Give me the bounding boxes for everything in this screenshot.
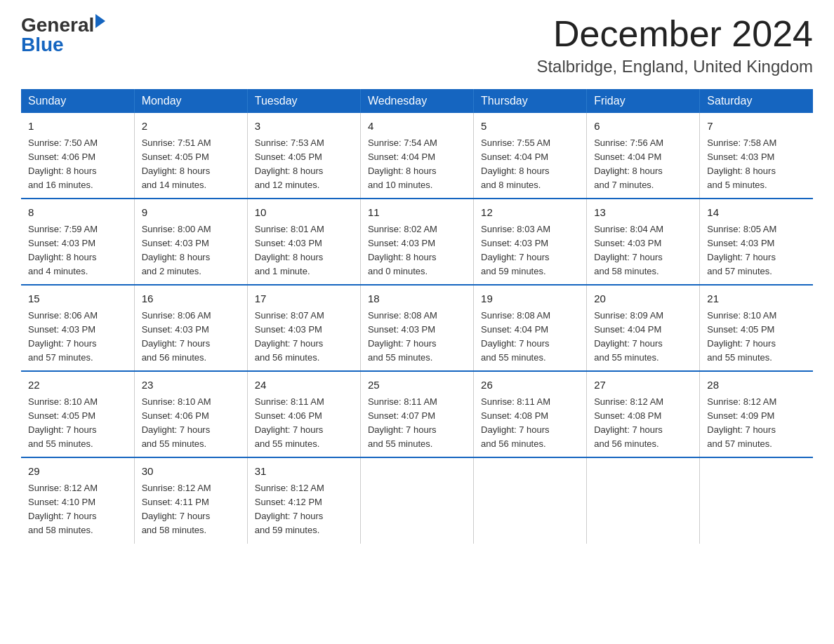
title-block: December 2024 Stalbridge, England, Unite… [536,14,813,76]
day-info: Sunrise: 8:09 AMSunset: 4:04 PMDaylight:… [594,309,692,365]
page-header: General Blue December 2024 Stalbridge, E… [21,14,813,76]
calendar-cell: 6Sunrise: 7:56 AMSunset: 4:04 PMDaylight… [587,113,700,199]
calendar-cell [700,457,813,543]
day-info: Sunrise: 8:12 AMSunset: 4:08 PMDaylight:… [594,395,692,452]
calendar-cell: 9Sunrise: 8:00 AMSunset: 4:03 PMDaylight… [134,199,247,285]
calendar-cell: 14Sunrise: 8:05 AMSunset: 4:03 PMDayligh… [700,199,813,285]
day-info: Sunrise: 7:56 AMSunset: 4:04 PMDaylight:… [594,136,692,193]
day-number: 17 [255,291,353,307]
day-number: 13 [594,205,692,221]
calendar-cell: 24Sunrise: 8:11 AMSunset: 4:06 PMDayligh… [247,371,360,457]
calendar-cell: 28Sunrise: 8:12 AMSunset: 4:09 PMDayligh… [700,371,813,457]
day-info: Sunrise: 8:08 AMSunset: 4:03 PMDaylight:… [368,309,466,365]
day-number: 14 [707,205,806,221]
day-info: Sunrise: 8:12 AMSunset: 4:09 PMDaylight:… [707,395,806,452]
day-number: 8 [28,205,127,221]
day-info: Sunrise: 8:12 AMSunset: 4:10 PMDaylight:… [28,481,127,538]
month-title: December 2024 [536,14,813,54]
day-number: 28 [707,377,806,394]
calendar-cell: 16Sunrise: 8:06 AMSunset: 4:03 PMDayligh… [134,285,247,371]
calendar-header-row: SundayMondayTuesdayWednesdayThursdayFrid… [21,89,813,113]
day-number: 15 [28,291,127,307]
day-number: 26 [481,377,579,394]
calendar-week-row: 29Sunrise: 8:12 AMSunset: 4:10 PMDayligh… [21,457,813,543]
day-number: 19 [481,291,579,307]
calendar-week-row: 22Sunrise: 8:10 AMSunset: 4:05 PMDayligh… [21,371,813,457]
day-info: Sunrise: 8:03 AMSunset: 4:03 PMDaylight:… [481,222,579,279]
day-number: 18 [368,291,466,307]
day-of-week-header: Sunday [21,89,134,113]
day-info: Sunrise: 8:04 AMSunset: 4:03 PMDaylight:… [594,222,692,279]
calendar-cell: 18Sunrise: 8:08 AMSunset: 4:03 PMDayligh… [360,285,473,371]
day-number: 22 [28,377,127,394]
calendar-cell: 5Sunrise: 7:55 AMSunset: 4:04 PMDaylight… [474,113,587,199]
calendar-cell: 20Sunrise: 8:09 AMSunset: 4:04 PMDayligh… [587,285,700,371]
day-info: Sunrise: 8:06 AMSunset: 4:03 PMDaylight:… [142,309,240,365]
day-info: Sunrise: 8:08 AMSunset: 4:04 PMDaylight:… [481,309,579,365]
day-info: Sunrise: 8:01 AMSunset: 4:03 PMDaylight:… [255,222,353,279]
day-info: Sunrise: 8:12 AMSunset: 4:11 PMDaylight:… [142,481,240,538]
calendar-cell: 8Sunrise: 7:59 AMSunset: 4:03 PMDaylight… [21,199,134,285]
day-info: Sunrise: 8:06 AMSunset: 4:03 PMDaylight:… [28,309,127,365]
day-info: Sunrise: 7:54 AMSunset: 4:04 PMDaylight:… [368,136,466,193]
day-number: 3 [255,119,353,135]
day-info: Sunrise: 8:10 AMSunset: 4:05 PMDaylight:… [28,395,127,452]
calendar-week-row: 8Sunrise: 7:59 AMSunset: 4:03 PMDaylight… [21,199,813,285]
day-info: Sunrise: 7:58 AMSunset: 4:03 PMDaylight:… [707,136,806,193]
calendar-cell: 1Sunrise: 7:50 AMSunset: 4:06 PMDaylight… [21,113,134,199]
calendar-cell: 13Sunrise: 8:04 AMSunset: 4:03 PMDayligh… [587,199,700,285]
calendar-cell: 2Sunrise: 7:51 AMSunset: 4:05 PMDaylight… [134,113,247,199]
calendar-cell: 30Sunrise: 8:12 AMSunset: 4:11 PMDayligh… [134,457,247,543]
calendar-cell: 21Sunrise: 8:10 AMSunset: 4:05 PMDayligh… [700,285,813,371]
day-number: 11 [368,205,466,221]
calendar-cell: 22Sunrise: 8:10 AMSunset: 4:05 PMDayligh… [21,371,134,457]
calendar-week-row: 15Sunrise: 8:06 AMSunset: 4:03 PMDayligh… [21,285,813,371]
day-number: 31 [255,464,353,480]
calendar-cell: 26Sunrise: 8:11 AMSunset: 4:08 PMDayligh… [474,371,587,457]
day-of-week-header: Friday [587,89,700,113]
calendar-cell: 23Sunrise: 8:10 AMSunset: 4:06 PMDayligh… [134,371,247,457]
calendar-cell [587,457,700,543]
day-info: Sunrise: 8:11 AMSunset: 4:06 PMDaylight:… [255,395,353,452]
day-info: Sunrise: 7:53 AMSunset: 4:05 PMDaylight:… [255,136,353,193]
calendar-cell: 29Sunrise: 8:12 AMSunset: 4:10 PMDayligh… [21,457,134,543]
day-number: 21 [707,291,806,307]
day-number: 24 [255,377,353,394]
calendar-cell: 19Sunrise: 8:08 AMSunset: 4:04 PMDayligh… [474,285,587,371]
logo: General Blue [21,14,105,56]
calendar-week-row: 1Sunrise: 7:50 AMSunset: 4:06 PMDaylight… [21,113,813,199]
logo-blue: Blue [21,34,64,56]
day-info: Sunrise: 7:59 AMSunset: 4:03 PMDaylight:… [28,222,127,279]
day-of-week-header: Monday [134,89,247,113]
day-number: 2 [142,119,240,135]
day-number: 6 [594,119,692,135]
day-number: 5 [481,119,579,135]
day-info: Sunrise: 8:05 AMSunset: 4:03 PMDaylight:… [707,222,806,279]
day-number: 27 [594,377,692,394]
day-number: 16 [142,291,240,307]
day-of-week-header: Wednesday [360,89,473,113]
day-info: Sunrise: 8:07 AMSunset: 4:03 PMDaylight:… [255,309,353,365]
day-number: 1 [28,119,127,135]
location-title: Stalbridge, England, United Kingdom [536,57,813,76]
calendar-cell [360,457,473,543]
calendar-cell [474,457,587,543]
logo-arrow-icon [95,14,105,28]
calendar-cell: 25Sunrise: 8:11 AMSunset: 4:07 PMDayligh… [360,371,473,457]
day-number: 25 [368,377,466,394]
calendar-cell: 7Sunrise: 7:58 AMSunset: 4:03 PMDaylight… [700,113,813,199]
calendar-cell: 27Sunrise: 8:12 AMSunset: 4:08 PMDayligh… [587,371,700,457]
day-number: 23 [142,377,240,394]
day-number: 12 [481,205,579,221]
day-info: Sunrise: 8:00 AMSunset: 4:03 PMDaylight:… [142,222,240,279]
day-info: Sunrise: 7:55 AMSunset: 4:04 PMDaylight:… [481,136,579,193]
day-info: Sunrise: 8:11 AMSunset: 4:07 PMDaylight:… [368,395,466,452]
day-info: Sunrise: 7:50 AMSunset: 4:06 PMDaylight:… [28,136,127,193]
calendar-cell: 15Sunrise: 8:06 AMSunset: 4:03 PMDayligh… [21,285,134,371]
day-number: 29 [28,464,127,480]
day-number: 4 [368,119,466,135]
day-of-week-header: Thursday [474,89,587,113]
calendar-cell: 31Sunrise: 8:12 AMSunset: 4:12 PMDayligh… [247,457,360,543]
day-number: 9 [142,205,240,221]
calendar-cell: 4Sunrise: 7:54 AMSunset: 4:04 PMDaylight… [360,113,473,199]
